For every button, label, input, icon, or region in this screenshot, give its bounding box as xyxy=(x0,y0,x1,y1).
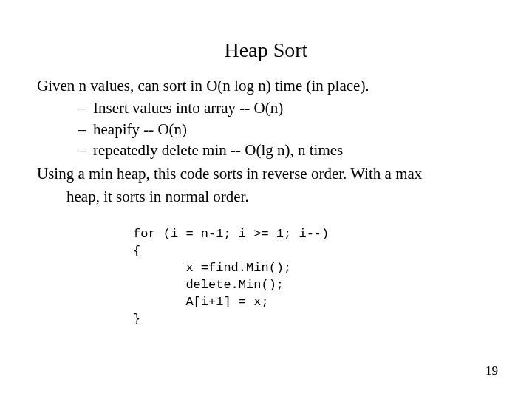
bullet-list: Insert values into array -- O(n) heapify… xyxy=(37,98,495,160)
slide-title: Heap Sort xyxy=(0,0,532,62)
list-item: repeatedly delete min -- O(lg n), n time… xyxy=(78,140,495,160)
intro-line: Given n values, can sort in O(n log n) t… xyxy=(37,75,495,96)
slide-body: Given n values, can sort in O(n log n) t… xyxy=(0,62,532,328)
page-number: 19 xyxy=(485,364,498,378)
list-item: Insert values into array -- O(n) xyxy=(78,98,495,118)
closing-line-2: heap, it sorts in normal order. xyxy=(37,186,495,207)
code-block: for (i = n-1; i >= 1; i--) { x =find.Min… xyxy=(133,226,495,328)
closing-line-1: Using a min heap, this code sorts in rev… xyxy=(37,163,495,184)
list-item: heapify -- O(n) xyxy=(78,119,495,140)
slide: Heap Sort Given n values, can sort in O(… xyxy=(0,0,532,399)
